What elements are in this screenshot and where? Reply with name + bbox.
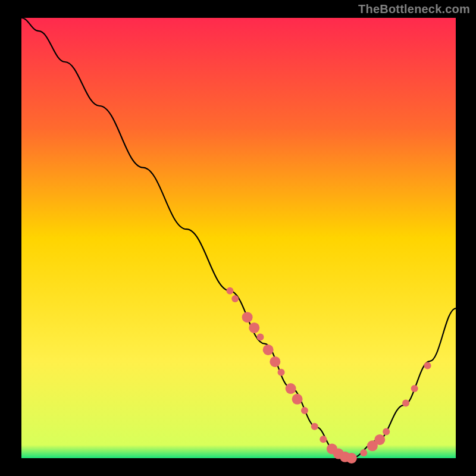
curve-marker: [278, 369, 285, 376]
curve-marker: [249, 322, 259, 333]
curve-marker: [424, 362, 431, 369]
attribution-label: TheBottleneck.com: [358, 2, 470, 16]
curve-marker: [311, 423, 318, 430]
curve-marker: [242, 312, 253, 322]
curve-marker: [270, 356, 280, 367]
curve-marker: [320, 436, 327, 443]
plot-background: [21, 18, 456, 458]
curve-marker: [231, 295, 239, 302]
curve-marker: [411, 385, 418, 392]
curve-marker: [360, 449, 367, 456]
curve-marker: [383, 428, 390, 436]
curve-marker: [257, 334, 264, 341]
curve-marker: [402, 400, 409, 407]
curve-marker: [301, 407, 308, 414]
chart-svg: [0, 0, 476, 476]
curve-marker: [226, 287, 233, 295]
chart-container: TheBottleneck.com: [0, 0, 476, 476]
curve-marker: [263, 345, 274, 355]
curve-marker: [374, 434, 385, 445]
curve-marker: [286, 383, 296, 394]
curve-marker: [346, 453, 357, 464]
curve-marker: [292, 394, 303, 405]
